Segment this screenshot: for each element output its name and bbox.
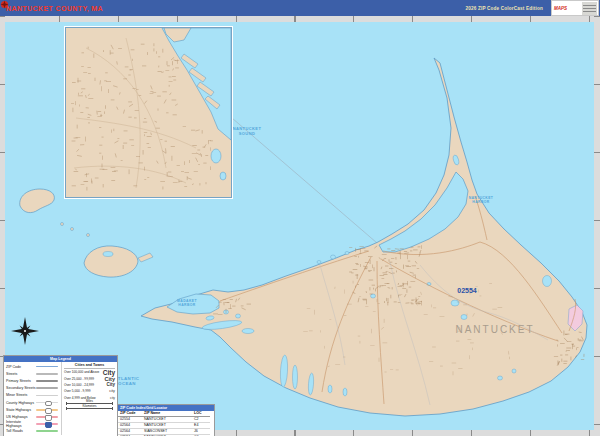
legend-item: Primary Streets	[6, 377, 61, 384]
grid-ruler-top	[0, 16, 600, 22]
county-highway-badge-icon	[45, 401, 52, 407]
legend-item: Toll Roads	[6, 428, 61, 435]
inset-map-canvas	[66, 28, 231, 197]
kilometers-scale-bar: Kilometers	[66, 408, 113, 409]
legend-item: State Highways	[6, 406, 61, 413]
interstate-shield-icon	[45, 422, 52, 428]
state-highway-badge-icon	[45, 408, 52, 414]
zip-code-index-table: ZIP Code Index/Grid Locator ZIP Code ZIP…	[117, 404, 215, 436]
islet	[87, 234, 90, 237]
brand-name: MAPS	[554, 6, 567, 11]
toll-roads-swatch	[36, 430, 58, 432]
town-inset-map: NANTUCKET 02554 NANTUCKET HARBOR	[65, 27, 232, 198]
legend-item: Interstate Highways	[6, 421, 61, 428]
label-nantucket-harbor: NANTUCKET HARBOR	[451, 196, 511, 204]
us-highway-shield-icon	[45, 415, 52, 421]
legend-item: ZIP Code	[6, 363, 61, 370]
label-madaket-harbor: MADAKET HARBOR	[157, 299, 217, 307]
primary-streets-swatch	[36, 380, 58, 382]
map-legend: Map Legend ZIP Code Streets Primary Stre…	[3, 355, 118, 436]
label-county-name: NANTUCKET	[430, 324, 560, 335]
legend-item: Secondary Streets	[6, 385, 61, 392]
scale-bars: Miles Kilometers	[64, 403, 115, 409]
secondary-streets-swatch	[36, 387, 58, 389]
tuckernuck-pond	[103, 252, 113, 257]
legend-item: Streets	[6, 370, 61, 377]
islet	[61, 223, 64, 226]
legend-item: Minor Streets	[6, 392, 61, 399]
publisher-logo: MAPS	[551, 0, 599, 16]
page-title: NANTUCKET COUNTY, MA	[6, 5, 103, 12]
legend-symbols-column: ZIP Code Streets Primary Streets Seconda…	[4, 362, 61, 435]
inset-pond	[211, 149, 221, 163]
label-zip-02554: 02554	[447, 287, 487, 294]
tuckernuck-island	[84, 246, 138, 277]
zip-line-swatch	[36, 366, 58, 368]
brand-fine-print	[582, 2, 597, 15]
map-page: NANTUCKET SOUND NANTUCKET HARBOR MADAKET…	[0, 0, 600, 436]
grid-ruler-right	[594, 16, 600, 436]
minor-streets-swatch	[36, 395, 58, 397]
islet	[71, 228, 74, 231]
streets-swatch	[36, 373, 58, 375]
legend-cities-column: Cities and Towns Over 100,000 and AboveC…	[61, 362, 117, 435]
title-bar: NANTUCKET COUNTY, MA 2026 ZIP Code Color…	[0, 0, 600, 16]
edition-label: 2026 ZIP Code ColorCast Edition	[465, 6, 543, 11]
legend-item: County Highways	[6, 399, 61, 406]
inset-pond	[220, 172, 226, 180]
brand-compass-icon	[0, 0, 9, 9]
